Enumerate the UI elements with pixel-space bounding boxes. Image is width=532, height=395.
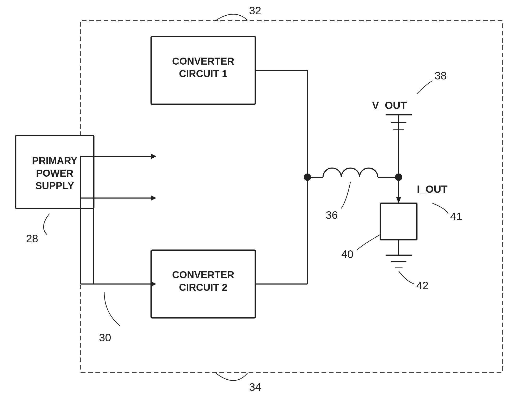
converter-circuit-1-text-line1: CONVERTER [172,56,234,67]
ref-41-label: 41 [450,210,462,223]
ref-42-label: 42 [416,279,429,292]
ref-36-label: 36 [326,209,338,221]
primary-power-supply-text-line1: PRIMARY [32,155,77,166]
ref-32-label: 32 [249,4,261,17]
primary-power-supply-text-line3: SUPPLY [35,180,74,191]
ref-30-label: 30 [99,331,111,344]
svg-marker-27 [396,197,401,203]
converter-circuit-2-text-line1: CONVERTER [172,269,234,280]
diagram-container: 32 34 28 30 36 38 V_OUT I_OUT 41 40 42 P… [0,0,532,395]
converter-circuit-2-text-line2: CIRCUIT 2 [179,282,227,293]
v-out-label: V_OUT [372,100,407,111]
svg-marker-7 [151,195,156,201]
ref-34-label: 34 [249,381,261,393]
svg-rect-28 [380,203,417,240]
ref-38-label: 38 [435,70,447,82]
primary-power-supply-text-line2: POWER [36,168,73,179]
ref-28-label: 28 [26,232,38,245]
i-out-label: I_OUT [417,183,448,195]
ref-40-label: 40 [341,248,354,260]
svg-point-18 [304,174,311,181]
converter-circuit-1-text-line2: CIRCUIT 1 [179,68,227,79]
svg-marker-5 [151,154,156,159]
